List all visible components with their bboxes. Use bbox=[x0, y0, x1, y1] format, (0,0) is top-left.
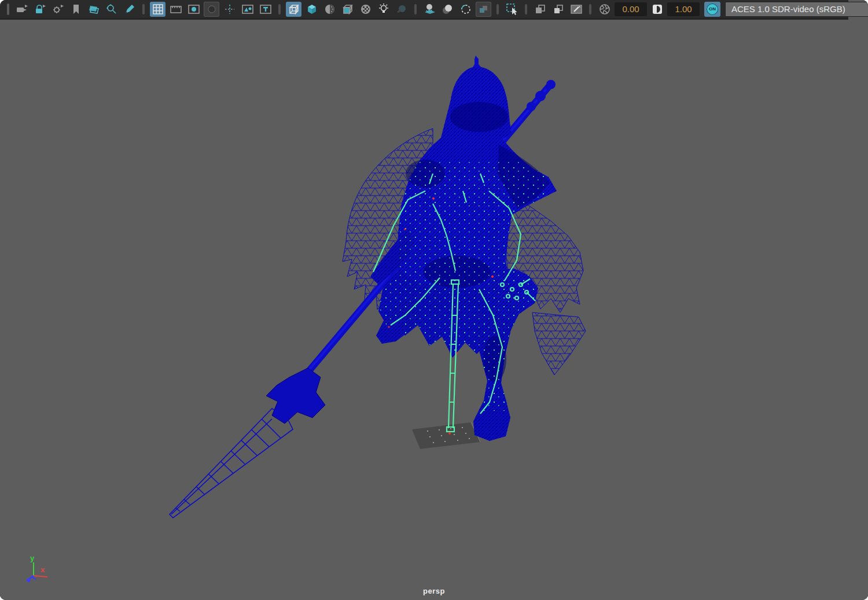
gamma-button[interactable] bbox=[649, 2, 665, 17]
xray-joints-button[interactable] bbox=[550, 2, 566, 17]
snapshot-pen-button[interactable] bbox=[568, 2, 584, 17]
panel-toolbar: 0.00 1.00 ON ACES 1.0 SDR-video (sRGB) bbox=[0, 0, 848, 20]
magnifier-arrows-icon bbox=[105, 2, 119, 16]
gamma-input[interactable]: 1.00 bbox=[667, 2, 700, 16]
isolate-select-icon bbox=[505, 2, 519, 16]
resolution-gate-icon bbox=[187, 2, 201, 16]
film-gate-button[interactable] bbox=[168, 2, 183, 17]
scene-canvas[interactable]: y x bbox=[0, 0, 868, 600]
xray-button[interactable] bbox=[532, 2, 548, 17]
gate-mask-icon bbox=[205, 2, 219, 16]
aperture-icon bbox=[598, 2, 612, 16]
checker-sphere-icon bbox=[359, 2, 373, 16]
toolbar-separator bbox=[414, 4, 417, 14]
grid-button[interactable] bbox=[150, 2, 165, 17]
shadows-button[interactable] bbox=[393, 2, 409, 17]
isolate-select-button[interactable] bbox=[504, 2, 520, 17]
bookmark-icon bbox=[69, 2, 83, 16]
wireframe-on-shaded-button[interactable] bbox=[340, 2, 355, 17]
safe-action-icon bbox=[241, 2, 255, 16]
anti-aliasing-icon bbox=[459, 2, 473, 16]
grease-pencil-button[interactable] bbox=[122, 2, 137, 17]
lock-icon bbox=[33, 2, 47, 16]
axis-x-label: x bbox=[41, 565, 45, 574]
image-plane-button[interactable] bbox=[86, 2, 101, 17]
select-camera-button[interactable] bbox=[14, 2, 30, 17]
camera-name-label: persp bbox=[0, 587, 868, 595]
overlapping-squares-icon bbox=[534, 2, 547, 16]
on-badge: ON bbox=[707, 3, 718, 15]
textured-button[interactable] bbox=[322, 2, 337, 17]
gate-mask-button[interactable] bbox=[204, 2, 219, 17]
toolbar-separator bbox=[525, 4, 527, 14]
textured-sphere-icon bbox=[323, 2, 337, 16]
camera-icon bbox=[15, 2, 29, 16]
axis-y-label: y bbox=[30, 554, 35, 562]
toolbar-separator bbox=[278, 4, 281, 14]
lights-button[interactable] bbox=[376, 2, 391, 17]
wireframe-button[interactable] bbox=[286, 2, 301, 17]
maya-viewport-window: y x persp bbox=[0, 0, 868, 600]
pan-zoom-button[interactable] bbox=[104, 2, 119, 17]
cube-teal-face-icon bbox=[341, 2, 355, 16]
perspective-viewport[interactable]: y x persp bbox=[0, 0, 868, 600]
motion-blur-button[interactable] bbox=[440, 2, 455, 17]
ao-sphere-plane-icon bbox=[423, 2, 437, 16]
bookmark-button[interactable] bbox=[68, 2, 83, 17]
view-transform-dropdown[interactable]: ACES 1.0 SDR-video (sRGB) bbox=[725, 2, 868, 17]
safe-title-button[interactable] bbox=[258, 2, 273, 17]
lightbulb-icon bbox=[377, 2, 391, 16]
wireframe-cube-icon bbox=[287, 2, 301, 16]
field-chart-button[interactable] bbox=[222, 2, 237, 17]
safe-action-button[interactable] bbox=[240, 2, 255, 17]
film-gate-icon bbox=[169, 2, 183, 16]
default-material-button[interactable] bbox=[358, 2, 373, 17]
smooth-shade-button[interactable] bbox=[304, 2, 319, 17]
toolbar-separator bbox=[589, 4, 591, 14]
shadow-sphere-icon bbox=[395, 2, 409, 16]
ambient-occlusion-button[interactable] bbox=[422, 2, 437, 17]
gear-icon bbox=[51, 2, 65, 16]
exposure-button[interactable] bbox=[597, 2, 612, 17]
grid-icon bbox=[151, 2, 165, 16]
toolbar-separator bbox=[142, 4, 145, 14]
lock-camera-button[interactable] bbox=[32, 2, 47, 17]
image-plane-icon bbox=[87, 2, 101, 16]
toolbar-grip[interactable] bbox=[7, 3, 9, 15]
motion-blur-icon bbox=[441, 2, 455, 16]
pencil-icon bbox=[123, 2, 137, 16]
gamma-icon bbox=[650, 2, 664, 16]
field-chart-icon bbox=[223, 2, 237, 16]
anti-aliasing-button[interactable] bbox=[458, 2, 473, 17]
photo-pen-icon bbox=[569, 2, 583, 16]
color-management-toggle[interactable]: ON bbox=[704, 2, 720, 17]
depth-of-field-button[interactable] bbox=[476, 2, 491, 17]
camera-attributes-button[interactable] bbox=[50, 2, 65, 17]
shaded-cube-icon bbox=[305, 2, 319, 16]
squares-outline-icon bbox=[551, 2, 565, 16]
safe-title-icon bbox=[259, 2, 273, 16]
exposure-input[interactable]: 0.00 bbox=[615, 2, 647, 16]
toolbar-separator bbox=[496, 4, 499, 14]
resolution-gate-button[interactable] bbox=[186, 2, 201, 17]
depth-of-field-icon bbox=[477, 2, 491, 16]
